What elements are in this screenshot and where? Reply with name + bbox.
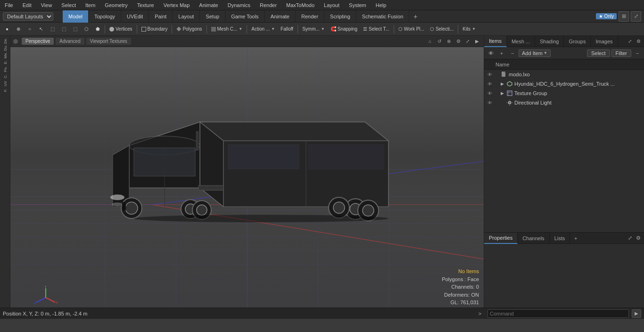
menu-geometry[interactable]: Geometry bbox=[100, 2, 132, 8]
tab-layout[interactable]: Layout bbox=[173, 10, 200, 23]
menu-help[interactable]: Help bbox=[371, 2, 391, 8]
tab-topology[interactable]: Topology bbox=[89, 10, 121, 23]
prop-tab-lists[interactable]: Lists bbox=[550, 233, 570, 244]
vp-icon-expand[interactable]: ⤢ bbox=[464, 38, 471, 45]
vp-icon-rotate[interactable]: ↺ bbox=[436, 38, 443, 45]
tab-render[interactable]: Render bbox=[296, 10, 324, 23]
eye-icon-0[interactable]: 👁 bbox=[486, 71, 494, 78]
items-tab-items[interactable]: Items bbox=[484, 36, 507, 47]
tool-box3[interactable]: ⬚ bbox=[70, 24, 80, 34]
item-row-1[interactable]: 👁 ▶ Hyundai_HDC_6_Hydrogen_Semi_Truck ..… bbox=[484, 79, 644, 89]
tool-circle[interactable]: ○ bbox=[25, 24, 35, 34]
layout-config-icon[interactable]: ⊞ bbox=[619, 11, 629, 22]
tab-model[interactable]: Model bbox=[63, 10, 89, 23]
menu-select[interactable]: Select bbox=[57, 2, 81, 8]
add-tab-button[interactable]: + bbox=[409, 10, 421, 23]
items-tab-shading[interactable]: Shading bbox=[535, 36, 564, 47]
sidebar-icon-e[interactable]: E. bbox=[0, 59, 10, 65]
falloff-btn[interactable]: Falloff bbox=[278, 24, 296, 34]
tool-arrow[interactable]: ↖ bbox=[36, 24, 46, 34]
select-tool-btn[interactable]: ☰ Select T... bbox=[361, 24, 392, 34]
tab-game-tools[interactable]: Game Tools bbox=[225, 10, 265, 23]
tool-select-mode-pts[interactable]: ● bbox=[2, 24, 12, 34]
prop-maximize-icon[interactable]: ⤢ bbox=[626, 235, 634, 242]
menu-render[interactable]: Render bbox=[255, 2, 281, 8]
items-config-icon[interactable]: ⚙ bbox=[635, 38, 642, 45]
tab-animate[interactable]: Animate bbox=[265, 10, 296, 23]
item-row-2[interactable]: 👁 ▶ Texture Group bbox=[484, 89, 644, 98]
tool-shield[interactable]: ⬟ bbox=[92, 24, 103, 34]
items-tab-groups[interactable]: Groups bbox=[564, 36, 591, 47]
expand-panel-btn[interactable]: > bbox=[475, 309, 485, 318]
vp-icon-more[interactable]: ▶ bbox=[473, 38, 481, 45]
vp-tab-advanced[interactable]: Advanced bbox=[56, 38, 84, 45]
vp-tab-perspective[interactable]: Perspective bbox=[22, 38, 54, 45]
command-go-btn[interactable]: ▶ bbox=[632, 309, 641, 318]
item-row-3[interactable]: 👁 Directional Light bbox=[484, 98, 644, 107]
add-item-dropdown[interactable]: Add Item ▼ bbox=[519, 49, 551, 57]
layout-select[interactable]: Default Layouts bbox=[3, 12, 53, 21]
vp-icon-zoom[interactable]: ⊕ bbox=[445, 38, 453, 45]
tab-setup[interactable]: Setup bbox=[200, 10, 225, 23]
menu-dynamics[interactable]: Dynamics bbox=[223, 2, 255, 8]
viewport-canvas[interactable]: No Items Polygons : Face Channels: 0 Def… bbox=[10, 47, 484, 308]
prop-config-icon[interactable]: ⚙ bbox=[635, 235, 642, 242]
menu-texture[interactable]: Texture bbox=[132, 2, 159, 8]
items-eye-btn[interactable]: 👁 bbox=[486, 49, 495, 58]
select-button-items[interactable]: Select bbox=[587, 49, 610, 57]
items-tab-mesh[interactable]: Mesh ... bbox=[507, 36, 535, 47]
filter-button-items[interactable]: Filter bbox=[611, 49, 631, 57]
items-del-btn[interactable]: − bbox=[508, 49, 517, 58]
sidebar-icon-po[interactable]: Po. bbox=[0, 66, 10, 73]
eye-icon-2[interactable]: 👁 bbox=[486, 89, 494, 97]
tool-origin[interactable]: ⊕ bbox=[13, 24, 24, 34]
sidebar-icon-de[interactable]: De. bbox=[0, 38, 10, 44]
command-input[interactable] bbox=[487, 309, 629, 318]
vertices-btn[interactable]: Vertices bbox=[107, 24, 135, 34]
menu-system[interactable]: System bbox=[344, 2, 371, 8]
mesh-c-btn[interactable]: Mesh C... ▼ bbox=[209, 24, 245, 34]
tool-shape[interactable]: ⬡ bbox=[81, 24, 91, 34]
sidebar-icon-c[interactable]: C. bbox=[0, 73, 10, 80]
prop-tab-channels[interactable]: Channels bbox=[518, 233, 549, 244]
kits-btn[interactable]: Kits ▼ bbox=[460, 24, 478, 34]
expand-2[interactable]: ▶ bbox=[499, 90, 505, 96]
selecti-btn[interactable]: ⬡ Selecti... bbox=[428, 24, 456, 34]
boundary-btn[interactable]: Boundary bbox=[139, 24, 170, 34]
menu-animate[interactable]: Animate bbox=[194, 2, 223, 8]
workpl-btn[interactable]: ⬡ Work Pl... bbox=[396, 24, 427, 34]
vp-tab-textures[interactable]: Viewport Textures bbox=[86, 38, 131, 45]
expand-1[interactable]: ▶ bbox=[499, 81, 505, 87]
viewport[interactable]: Perspective Advanced Viewport Textures ⌂… bbox=[10, 36, 484, 308]
sidebar-icon-me[interactable]: Me. bbox=[0, 52, 10, 58]
prop-add-btn[interactable]: + bbox=[572, 235, 579, 242]
polygons-btn[interactable]: Polygons bbox=[174, 24, 204, 34]
layout-expand-icon[interactable]: ⤢ bbox=[631, 11, 641, 22]
menu-vertex-map[interactable]: Vertex Map bbox=[159, 2, 195, 8]
menu-item[interactable]: Item bbox=[81, 2, 100, 8]
sidebar-icon-uv[interactable]: UV bbox=[0, 80, 10, 87]
item-row-0[interactable]: 👁 ▶ modo.lxo bbox=[484, 70, 644, 79]
eye-icon-1[interactable]: 👁 bbox=[486, 80, 494, 88]
action-btn[interactable]: Action ... ▼ bbox=[249, 24, 277, 34]
items-tab-images[interactable]: Images bbox=[591, 36, 618, 47]
tab-schematic-fusion[interactable]: Schematic Fusion bbox=[356, 10, 409, 23]
eye-icon-3[interactable]: 👁 bbox=[486, 99, 494, 106]
sidebar-icon-f[interactable]: F. bbox=[0, 87, 10, 94]
items-maximize-icon[interactable]: ⤢ bbox=[626, 38, 634, 45]
menu-file[interactable]: File bbox=[0, 2, 18, 8]
vp-icon-home[interactable]: ⌂ bbox=[426, 38, 434, 45]
items-add-btn[interactable]: + bbox=[497, 49, 506, 58]
tool-box1[interactable]: ⬚ bbox=[47, 24, 58, 34]
tab-uvedit[interactable]: UVEdit bbox=[121, 10, 149, 23]
tool-box2[interactable]: ⬚ bbox=[58, 24, 69, 34]
vp-icon-settings[interactable]: ⚙ bbox=[454, 38, 462, 45]
star-only-badge[interactable]: ★ Only bbox=[596, 13, 617, 19]
tab-paint[interactable]: Paint bbox=[149, 10, 173, 23]
menu-layout[interactable]: Layout bbox=[319, 2, 344, 8]
snapping-btn[interactable]: 🧲 Snapping bbox=[328, 24, 360, 34]
menu-edit[interactable]: Edit bbox=[18, 2, 36, 8]
menu-view[interactable]: View bbox=[36, 2, 57, 8]
symm-btn[interactable]: Symm... ▼ bbox=[300, 24, 327, 34]
tab-scripting[interactable]: Scripting bbox=[324, 10, 356, 23]
